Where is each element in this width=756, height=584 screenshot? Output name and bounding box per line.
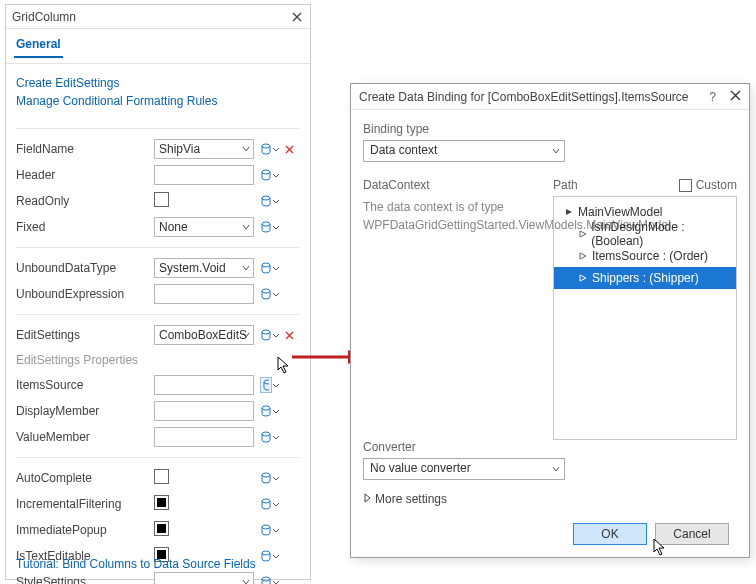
checkbox-autocomplete[interactable] xyxy=(154,469,169,484)
label-readonly: ReadOnly xyxy=(16,194,154,208)
row-stylesettings: StyleSettings xyxy=(16,570,300,584)
input-displaymember[interactable] xyxy=(154,401,254,421)
input-editsettings[interactable] xyxy=(154,325,254,345)
db-icon[interactable] xyxy=(260,470,272,486)
db-icon[interactable] xyxy=(260,193,272,209)
tree-item[interactable]: IsInDesignMode : (Boolean) xyxy=(554,223,736,245)
close-icon[interactable] xyxy=(730,90,741,104)
db-icon[interactable] xyxy=(260,141,272,157)
svg-point-3 xyxy=(262,222,270,226)
tree-item[interactable]: ItemsSource : (Order) xyxy=(554,245,736,267)
input-unboundexpr[interactable] xyxy=(154,284,254,304)
chevron-down-icon[interactable] xyxy=(273,168,279,182)
chevron-down-icon[interactable] xyxy=(273,497,279,511)
chevron-down-icon[interactable] xyxy=(273,430,279,444)
link-manage-formatting[interactable]: Manage Conditional Formatting Rules xyxy=(16,94,300,108)
link-tutorial[interactable]: Tutorial: Bind Columns to Data Source Fi… xyxy=(16,557,256,571)
row-incfiltering: IncrementalFiltering xyxy=(16,492,300,516)
label-path: Path xyxy=(553,178,578,192)
cancel-button[interactable]: Cancel xyxy=(655,523,729,545)
help-icon[interactable]: ? xyxy=(709,90,716,104)
db-icon[interactable] xyxy=(260,496,272,512)
panel-links: Create EditSettings Manage Conditional F… xyxy=(6,64,310,108)
row-fixed: Fixed xyxy=(16,215,300,239)
property-panel: GridColumn General Create EditSettings M… xyxy=(5,4,311,580)
label-header: Header xyxy=(16,168,154,182)
link-create-editsettings[interactable]: Create EditSettings xyxy=(16,76,300,90)
db-icon[interactable] xyxy=(260,429,272,445)
db-icon[interactable] xyxy=(260,574,272,584)
row-fieldname: FieldName xyxy=(16,137,300,161)
svg-point-7 xyxy=(264,380,269,384)
chevron-down-icon[interactable] xyxy=(273,404,279,418)
checkbox-incfiltering[interactable] xyxy=(154,495,169,510)
chevron-down-icon[interactable] xyxy=(273,549,279,563)
db-icon[interactable] xyxy=(260,403,272,419)
svg-point-13 xyxy=(262,551,270,555)
chevron-down-icon[interactable] xyxy=(273,378,279,392)
db-icon[interactable] xyxy=(260,327,272,343)
path-tree[interactable]: MainViewModel IsInDesignMode : (Boolean)… xyxy=(553,196,737,440)
input-fieldname[interactable] xyxy=(154,139,254,159)
collapse-icon[interactable] xyxy=(562,205,576,219)
checkbox-readonly[interactable] xyxy=(154,192,169,207)
expand-icon[interactable] xyxy=(576,249,590,263)
dropdown-binding-type[interactable]: Data context xyxy=(363,140,565,162)
expand-icon xyxy=(363,492,371,506)
label-stylesettings: StyleSettings xyxy=(16,575,154,584)
row-readonly: ReadOnly xyxy=(16,189,300,213)
expand-icon[interactable] xyxy=(576,227,589,241)
tree-item-selected[interactable]: Shippers : (Shipper) xyxy=(554,267,736,289)
datacontext-description: The data context is of type WPFDataGridG… xyxy=(363,198,543,234)
chevron-down-icon[interactable] xyxy=(273,328,279,342)
tree-root-label: MainViewModel xyxy=(578,205,663,219)
db-icon[interactable] xyxy=(260,167,272,183)
input-itemssource[interactable] xyxy=(154,375,254,395)
row-autocomplete: AutoComplete xyxy=(16,466,300,490)
input-valuemember[interactable] xyxy=(154,427,254,447)
input-header[interactable] xyxy=(154,165,254,185)
input-unboundtype[interactable] xyxy=(154,258,254,278)
more-settings[interactable]: More settings xyxy=(363,492,737,506)
chevron-down-icon[interactable] xyxy=(273,142,279,156)
ok-button[interactable]: OK xyxy=(573,523,647,545)
binding-type-value: Data context xyxy=(370,143,437,157)
input-stylesettings[interactable] xyxy=(154,572,254,584)
chevron-down-icon[interactable] xyxy=(273,287,279,301)
db-icon[interactable] xyxy=(260,260,272,276)
label-binding-type: Binding type xyxy=(363,122,737,136)
chevron-down-icon[interactable] xyxy=(273,194,279,208)
section-editsettings-props: EditSettings Properties xyxy=(16,349,300,373)
label-custom: Custom xyxy=(696,178,737,192)
tab-general[interactable]: General xyxy=(16,37,61,57)
label-displaymember: DisplayMember xyxy=(16,404,154,418)
dropdown-converter[interactable]: No value converter xyxy=(363,458,565,480)
checkbox-immediatepopup[interactable] xyxy=(154,521,169,536)
svg-point-2 xyxy=(262,196,270,200)
expand-icon[interactable] xyxy=(576,271,590,285)
svg-point-14 xyxy=(262,577,270,581)
clear-icon[interactable] xyxy=(283,143,295,155)
chevron-down-icon[interactable] xyxy=(273,523,279,537)
more-settings-label: More settings xyxy=(375,492,447,506)
db-icon[interactable] xyxy=(260,548,272,564)
dialog-titlebar: Create Data Binding for [ComboBoxEditSet… xyxy=(351,84,749,110)
db-icon-highlighted[interactable] xyxy=(260,377,272,393)
db-icon[interactable] xyxy=(260,286,272,302)
chevron-down-icon[interactable] xyxy=(273,471,279,485)
chevron-down-icon[interactable] xyxy=(273,261,279,275)
db-icon[interactable] xyxy=(260,219,272,235)
input-fixed[interactable] xyxy=(154,217,254,237)
svg-point-1 xyxy=(262,170,270,174)
close-icon[interactable] xyxy=(290,10,304,24)
svg-point-8 xyxy=(262,406,270,410)
clear-icon[interactable] xyxy=(283,329,295,341)
chevron-down-icon xyxy=(552,465,560,473)
db-icon[interactable] xyxy=(260,522,272,538)
chevron-down-icon[interactable] xyxy=(273,575,279,584)
row-displaymember: DisplayMember xyxy=(16,399,300,423)
chevron-down-icon[interactable] xyxy=(273,220,279,234)
checkbox-custom[interactable]: Custom xyxy=(679,178,737,192)
panel-header: GridColumn xyxy=(6,5,310,29)
label-fieldname: FieldName xyxy=(16,142,154,156)
